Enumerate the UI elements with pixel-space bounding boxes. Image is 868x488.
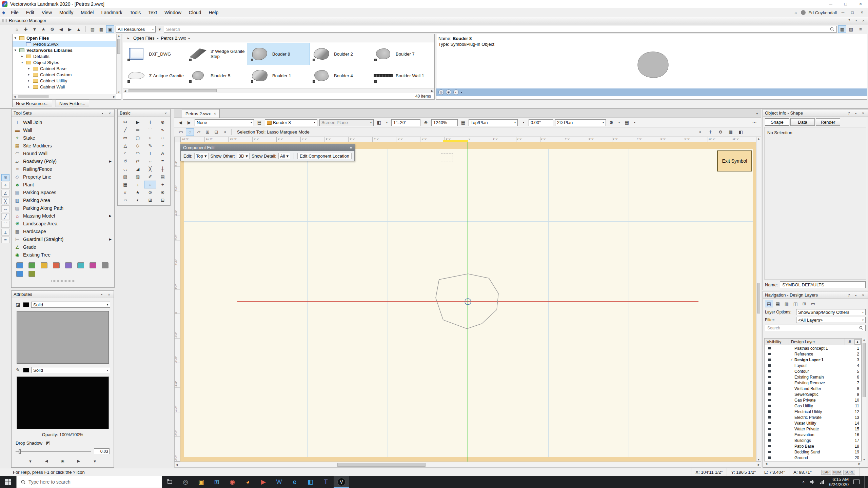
- expander-icon[interactable]: ▾: [15, 48, 18, 52]
- tree-item[interactable]: ▸ Cabinet Utility: [13, 78, 116, 84]
- vectorworks-icon[interactable]: V: [334, 476, 349, 488]
- scroll-up-icon[interactable]: ▲: [118, 34, 120, 37]
- chamfer-tool[interactable]: ◢: [132, 165, 144, 173]
- close-icon[interactable]: ×: [861, 19, 866, 23]
- quick-prefs-icon[interactable]: ✛: [706, 128, 714, 136]
- fill-bucket-icon[interactable]: ◪: [15, 302, 21, 307]
- scroll-down-icon[interactable]: ▼: [863, 458, 866, 461]
- symbol-origin-locus[interactable]: [460, 293, 476, 310]
- layer-name[interactable]: Psathas concept 1: [794, 346, 851, 351]
- lasso-selection-tool[interactable]: ◌: [144, 181, 157, 188]
- visibility-cell[interactable]: [765, 405, 789, 407]
- visibility-cell[interactable]: [765, 439, 789, 442]
- trim-tool[interactable]: ╳: [144, 165, 157, 173]
- snap-edge-icon[interactable]: ╱: [1, 213, 9, 220]
- rotate-tool[interactable]: ↺: [119, 157, 132, 165]
- menu-item[interactable]: Landmark: [97, 8, 126, 17]
- breadcrumb-up-icon[interactable]: ▸: [126, 36, 131, 40]
- taskbar-search-box[interactable]: [16, 476, 162, 488]
- layer-row[interactable]: Patio Base 18: [765, 443, 861, 449]
- up-icon[interactable]: ▲: [75, 25, 83, 33]
- close-icon[interactable]: ×: [107, 111, 112, 115]
- marquee-mode-icon[interactable]: ▭: [177, 128, 185, 136]
- visibility-cell[interactable]: [765, 422, 789, 424]
- toolset-item[interactable]: ⌂ Massing Model ▶: [12, 212, 114, 220]
- object-info-tab[interactable]: Shape: [765, 118, 789, 126]
- layer-name[interactable]: Excavation: [794, 432, 851, 437]
- toolset-category-icon[interactable]: [16, 271, 23, 277]
- help-icon[interactable]: ?: [846, 293, 851, 297]
- new-resource-icon[interactable]: ✚: [22, 25, 30, 33]
- clip-tool[interactable]: ▨: [132, 173, 144, 181]
- snap-distance-icon[interactable]: ↔: [1, 205, 9, 212]
- grid-tool[interactable]: #: [119, 188, 132, 196]
- slider-knob[interactable]: [19, 449, 21, 454]
- polygon-tool[interactable]: ◇: [132, 142, 144, 149]
- layer-name[interactable]: Layout: [794, 363, 851, 368]
- sheet-layers-tab-icon[interactable]: ▥: [783, 300, 791, 307]
- volume-icon[interactable]: [810, 480, 815, 484]
- hatch-tool[interactable]: ▦: [119, 181, 132, 188]
- expander-icon[interactable]: ▸: [21, 55, 25, 58]
- resource-filter-select[interactable]: All Resources ▾: [116, 26, 156, 33]
- word-icon[interactable]: W: [271, 476, 287, 488]
- resource-item[interactable]: Boulder 7: [371, 43, 433, 65]
- callout-tool[interactable]: A: [156, 149, 169, 157]
- pin-icon[interactable]: ▪: [853, 293, 859, 297]
- layer-name[interactable]: Electric Private: [794, 415, 851, 420]
- visibility-cell[interactable]: [765, 387, 789, 390]
- visibility-cell[interactable]: [765, 359, 789, 361]
- connect-tool[interactable]: ⊗: [156, 188, 169, 196]
- toolset-item[interactable]: ▨ Parking Along Path: [12, 204, 114, 212]
- shadow-slider[interactable]: [16, 451, 91, 452]
- layer-row[interactable]: Existing Remove 7: [765, 380, 861, 386]
- rectangle-tool[interactable]: ▭: [119, 134, 132, 142]
- toolset-item[interactable]: ◠ Round Wall: [12, 149, 114, 157]
- plane-mode-caret-icon[interactable]: ▾: [384, 119, 389, 126]
- layer-column-header[interactable]: Design Layer: [789, 339, 845, 345]
- saved-views-select[interactable]: None ▾: [195, 119, 254, 126]
- firefox-icon[interactable]: ◕: [240, 476, 256, 488]
- freehand-tool[interactable]: ✎: [144, 142, 157, 149]
- previous-view-icon[interactable]: ◀: [177, 119, 184, 126]
- rounded-rectangle-tool[interactable]: ▢: [132, 134, 144, 142]
- scroll-up-icon[interactable]: ▲: [757, 137, 760, 140]
- ungroup-tool[interactable]: ⊟: [156, 196, 169, 204]
- mirror-tool[interactable]: ⇄: [132, 157, 144, 165]
- locus-tool[interactable]: ⌖: [156, 181, 169, 188]
- visibility-cell[interactable]: [765, 347, 789, 349]
- visibility-cell[interactable]: [765, 416, 789, 419]
- layer-row[interactable]: Electric Private 13: [765, 414, 861, 420]
- visibility-cell[interactable]: [765, 399, 789, 401]
- resize-tool[interactable]: ▧: [119, 173, 132, 181]
- close-icon[interactable]: ×: [861, 293, 866, 297]
- navigation-header[interactable]: Navigation - Design Layers ? ▪ ×: [763, 291, 868, 299]
- drag-grip[interactable]: [2, 19, 7, 22]
- active-symbol-select[interactable]: Bouder 8 ▾: [265, 119, 317, 126]
- expander-icon[interactable]: ▸: [28, 79, 32, 82]
- show-desktop-button[interactable]: [864, 476, 867, 488]
- layer-name[interactable]: Bedding Sand: [794, 450, 851, 454]
- shaded-render-icon[interactable]: ◉: [446, 89, 451, 95]
- user-name[interactable]: Ed Coykendall: [808, 10, 837, 15]
- component-edit-titlebar[interactable]: Component Edit ≡: [180, 144, 355, 151]
- layer-row[interactable]: Gas Private 10: [765, 397, 861, 403]
- tree-item[interactable]: ▾ Vectorworks Libraries: [13, 47, 116, 53]
- layer-name[interactable]: Sewer/Septic: [794, 392, 851, 397]
- resource-item[interactable]: DXF_DWG: [124, 43, 186, 65]
- toolset-item[interactable]: ▥ Parking Area: [12, 196, 114, 204]
- toolset-category-icon[interactable]: [28, 262, 35, 268]
- pen-style-select[interactable]: Solid ▾: [31, 367, 110, 373]
- snap-extension-icon[interactable]: ≡: [1, 237, 9, 243]
- layer-row[interactable]: Psathas concept 1 1: [765, 345, 861, 351]
- scroll-thumb[interactable]: [129, 89, 217, 92]
- nav-left-icon[interactable]: ◀: [45, 459, 48, 463]
- toolset-category-icon[interactable]: [90, 262, 96, 268]
- semi-arc-tool[interactable]: ◠: [132, 149, 144, 157]
- layer-name[interactable]: Patio Base: [794, 444, 851, 449]
- grid-toggle-icon[interactable]: ▦: [727, 128, 735, 136]
- next-view-icon[interactable]: ▶: [186, 119, 193, 126]
- edit-select[interactable]: Top ▾: [194, 153, 209, 159]
- resource-item[interactable]: Boulder 1: [248, 65, 310, 86]
- shadow-value[interactable]: 0.03: [94, 448, 110, 454]
